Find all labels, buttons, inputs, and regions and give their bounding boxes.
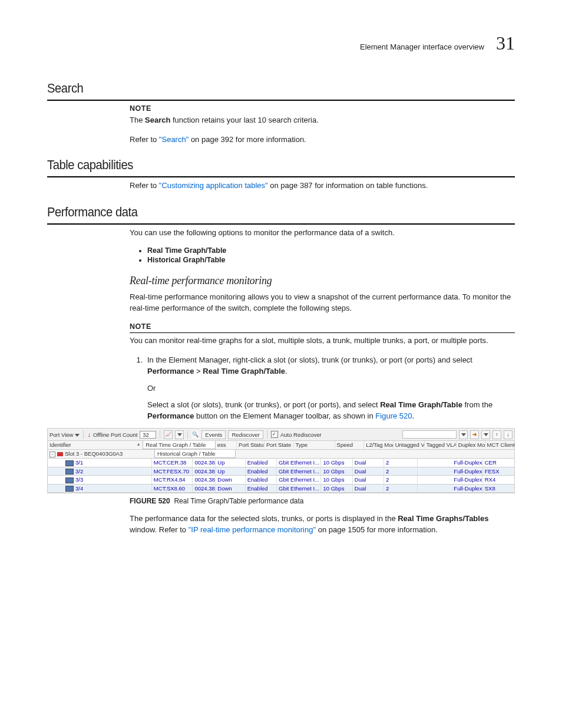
slot-icon	[57, 452, 63, 456]
graph-icon-button[interactable]: 📈	[164, 430, 173, 439]
rediscover-button[interactable]: Rediscover	[228, 430, 263, 439]
realtime-steps: In the Element Manager, right-click a sl…	[130, 355, 515, 422]
figure-520-caption: FIGURE 520 Real Time Graph/Table perform…	[130, 497, 515, 505]
shot-slot-row: −Slot 3 - BEQ0403G0A3 Historical Graph /…	[48, 450, 514, 459]
table-row[interactable]: 3/1 MCT:CER.38 0024.3880.7F... Up Enable…	[48, 459, 514, 467]
offline-port-count-value: 32	[140, 431, 156, 439]
perf-options-list: Real Time Graph/Table Historical Graph/T…	[130, 246, 515, 264]
page-header: Element Manager interface overview 31	[47, 32, 515, 54]
port-icon	[65, 486, 74, 492]
toolbar-go-button[interactable]: ➔	[470, 430, 479, 439]
realtime-note-text: You can monitor real-time graphs for a s…	[130, 335, 515, 347]
col-tagged-header[interactable]: Tagged VLAN	[425, 441, 457, 449]
search-link[interactable]: "Search"	[159, 135, 189, 144]
toolbar-search-input[interactable]	[402, 430, 457, 439]
menu-historical-graph[interactable]: Historical Graph / Table	[155, 450, 236, 458]
realtime-note-rule	[130, 332, 515, 333]
col-type-header[interactable]: Type	[294, 441, 335, 449]
port-icon	[65, 469, 74, 475]
search-note-label: NOTE	[130, 104, 515, 113]
heading-table-capabilities: Table capabilities	[47, 157, 477, 173]
step-or: Or	[147, 383, 515, 394]
col-identifier-header[interactable]: Identifier ▲	[48, 441, 143, 449]
realtime-p1: Real-time performance monitoring allows …	[130, 292, 515, 314]
after-figure-paragraph: The performance data for the selected sl…	[130, 513, 515, 536]
col-mct-header[interactable]: MCT Client Na	[485, 441, 514, 449]
tablecap-refer: Refer to "Customizing application tables…	[130, 180, 515, 192]
col-port-status-header[interactable]: Port Status	[237, 441, 265, 449]
realtime-note-label: NOTE	[130, 322, 515, 331]
port-view-dropdown[interactable]: Port View	[49, 431, 80, 438]
col-untagged-header[interactable]: Untagged VL...	[394, 441, 425, 449]
perf-bullet-historical: Historical Graph/Table	[147, 256, 515, 264]
table-row[interactable]: 3/2 MCT:FESX.70 0024.3880.7F... Up Enabl…	[48, 467, 514, 476]
col-l2-header[interactable]: L2/Tag Mode	[364, 441, 394, 449]
search-rule	[47, 100, 515, 101]
header-chapter-number: 31	[496, 32, 515, 54]
col-duplex-header[interactable]: Duplex Mode	[457, 441, 485, 449]
tree-collapse-icon[interactable]: −	[49, 452, 55, 457]
auto-rediscover-label: Auto Rediscover	[280, 431, 322, 438]
tablecap-rule	[47, 176, 515, 177]
tree-slot-3[interactable]: −Slot 3 - BEQ0403G0A3	[48, 450, 155, 458]
graph-dropdown-button[interactable]	[175, 430, 184, 439]
toolbar-up-button[interactable]: ↑	[492, 430, 501, 439]
search-refer: Refer to "Search" on page 392 for more i…	[130, 134, 515, 146]
events-button[interactable]: Events	[201, 430, 226, 439]
header-overview: Element Manager interface overview	[360, 42, 484, 51]
table-row[interactable]: 3/3 MCT:RX4.84 0024.3880.7F... Down Enab…	[48, 476, 514, 484]
col-speed-header[interactable]: Speed	[335, 441, 365, 449]
offline-arrow-icon: ↓	[87, 431, 91, 438]
heading-search: Search	[47, 81, 477, 96]
magnify-icon[interactable]: 🔍	[191, 431, 199, 439]
table-row[interactable]: 3/4 MCT:SX8.60 0024.3880.7F... Down Enab…	[48, 485, 514, 493]
port-icon	[65, 460, 74, 466]
shot-header-row: Identifier ▲ Real Time Graph / Table ess…	[48, 441, 514, 450]
toolbar-down-button[interactable]: ↓	[504, 430, 513, 439]
shot-toolbar: Port View ↓ Offline Port Count 32 📈 🔍 Ev…	[48, 429, 514, 441]
step-1b: Select a slot (or slots), trunk (or trun…	[147, 400, 515, 422]
tablecap-link[interactable]: "Customizing application tables"	[159, 181, 268, 190]
toolbar-dropdown-1[interactable]	[459, 430, 468, 439]
step-1: In the Element Manager, right-click a sl…	[145, 355, 515, 422]
perf-intro: You can use the following options to mon…	[130, 228, 515, 239]
ip-realtime-link[interactable]: "IP real-time performance monitoring"	[189, 525, 316, 534]
offline-port-count-label: Offline Port Count	[93, 431, 137, 438]
menu-real-time-graph[interactable]: Real Time Graph / Table	[143, 441, 216, 449]
perf-bullet-realtime: Real Time Graph/Table	[147, 246, 515, 255]
col-port-state-header[interactable]: Port State	[265, 441, 294, 449]
search-note-text: The Search function retains your last 10…	[130, 115, 515, 126]
port-icon	[65, 477, 74, 483]
col-ess-header[interactable]: ess	[216, 441, 237, 449]
auto-rediscover-checkbox[interactable]: ✓	[271, 431, 278, 438]
toolbar-dropdown-2[interactable]	[481, 430, 490, 439]
figure-520-screenshot: Port View ↓ Offline Port Count 32 📈 🔍 Ev…	[47, 428, 515, 493]
figure-520-link[interactable]: Figure 520	[375, 411, 412, 420]
perf-rule	[47, 223, 515, 225]
heading-realtime-monitoring: Real-time performance monitoring	[130, 275, 515, 287]
heading-performance-data: Performance data	[47, 205, 477, 220]
